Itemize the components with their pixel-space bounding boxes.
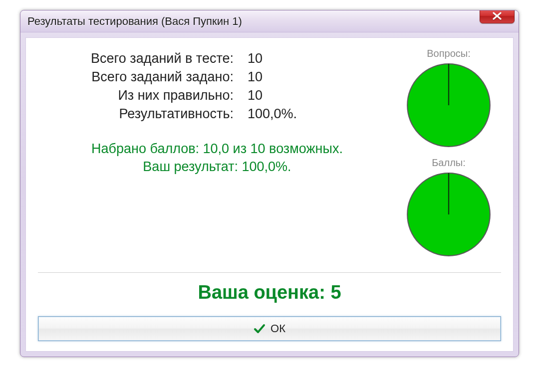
stat-label: Результативность: (38, 106, 248, 122)
stat-row-asked: Всего заданий задано: 10 (38, 69, 396, 85)
divider (38, 272, 501, 273)
close-button[interactable] (480, 10, 515, 23)
stat-value: 100,0%. (248, 106, 297, 122)
close-icon (492, 12, 502, 20)
pie-chart-points (404, 170, 494, 259)
pie-chart-questions (404, 60, 494, 150)
ok-button-label: ОК (270, 322, 285, 335)
stat-label: Всего заданий задано: (38, 69, 248, 85)
chart-title-questions: Вопросы: (404, 48, 494, 59)
score-line-1: Набрано баллов: 10,0 из 10 возможных. (38, 140, 396, 158)
stat-value: 10 (248, 69, 287, 85)
stat-row-total: Всего заданий в тесте: 10 (38, 51, 396, 66)
stats-block: Всего заданий в тесте: 10 Всего заданий … (38, 48, 396, 176)
stat-label: Из них правильно: (38, 88, 248, 103)
content-outer: Всего заданий в тесте: 10 Всего заданий … (20, 32, 519, 357)
stat-value: 10 (248, 51, 287, 66)
content-panel: Всего заданий в тесте: 10 Всего заданий … (25, 37, 514, 352)
grade-text: Ваша оценка: 5 (38, 282, 501, 303)
check-icon (254, 323, 266, 335)
score-line-2: Ваш результат: 100,0%. (38, 158, 396, 176)
stat-row-correct: Из них правильно: 10 (38, 88, 396, 103)
titlebar: Результаты тестирования (Вася Пупкин 1) (20, 10, 519, 32)
stat-row-effectiveness: Результативность: 100,0%. (38, 106, 396, 122)
top-block: Всего заданий в тесте: 10 Всего заданий … (38, 48, 501, 261)
chart-points: Баллы: (404, 157, 494, 261)
ok-button[interactable]: ОК (38, 316, 501, 341)
stat-value: 10 (248, 88, 287, 103)
dialog-window: Результаты тестирования (Вася Пупкин 1) … (20, 10, 519, 357)
charts-column: Вопросы: Баллы: (396, 48, 501, 261)
chart-title-points: Баллы: (404, 157, 494, 169)
stat-label: Всего заданий в тесте: (38, 51, 248, 66)
score-block: Набрано баллов: 10,0 из 10 возможных. Ва… (38, 140, 396, 176)
window-title: Результаты тестирования (Вася Пупкин 1) (27, 15, 242, 28)
chart-questions: Вопросы: (404, 48, 494, 152)
